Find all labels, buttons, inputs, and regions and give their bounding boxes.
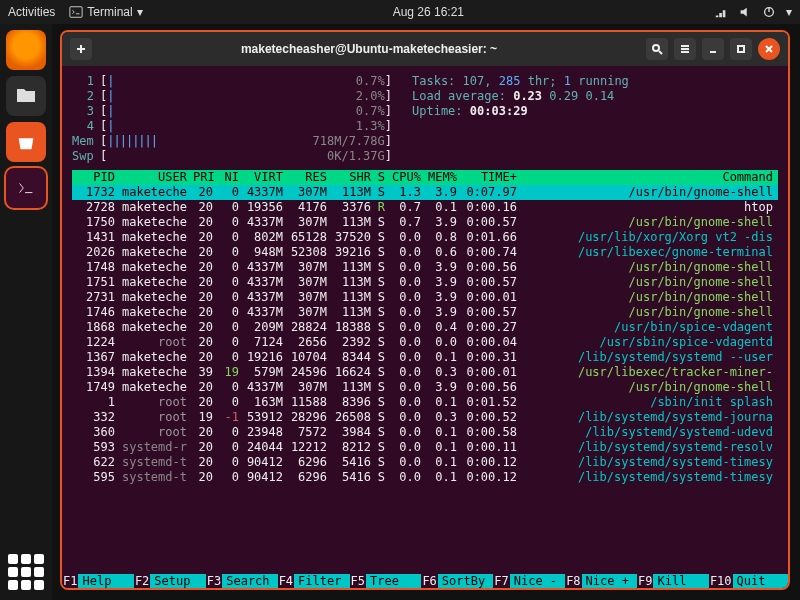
dock	[0, 24, 52, 600]
process-row[interactable]: 595systemd-t2009041262965416S0.00.10:00.…	[72, 470, 778, 485]
process-row[interactable]: 1748maketeche2004337M307M113MS0.03.90:00…	[72, 260, 778, 275]
search-button[interactable]	[646, 38, 668, 60]
function-keys: F1HelpF2SetupF3SearchF4FilterF5TreeF6Sor…	[62, 574, 788, 588]
close-button[interactable]	[758, 38, 780, 60]
svg-rect-4	[738, 46, 744, 52]
process-row[interactable]: 1root200163M115888396S0.00.10:01.52/sbin…	[72, 395, 778, 410]
process-row[interactable]: 1751maketeche2004337M307M113MS0.03.90:00…	[72, 275, 778, 290]
svg-point-3	[653, 45, 659, 51]
fkey-tree[interactable]: Tree	[366, 574, 421, 588]
process-row[interactable]: 2731maketeche2004337M307M113MS0.03.90:00…	[72, 290, 778, 305]
launcher-firefox[interactable]	[6, 30, 46, 70]
process-row[interactable]: 1224root200712426562392S0.00.00:00.04/us…	[72, 335, 778, 350]
terminal-icon	[69, 5, 83, 19]
chevron-down-icon[interactable]: ▾	[786, 5, 792, 19]
power-icon[interactable]	[762, 5, 776, 19]
process-row[interactable]: 1732maketeche2004337M307M113MS1.33.90:07…	[72, 185, 778, 200]
launcher-software[interactable]	[6, 122, 46, 162]
process-row[interactable]: 332root19-1539122829626508S0.00.30:00.52…	[72, 410, 778, 425]
process-row[interactable]: 1749maketeche2004337M307M113MS0.03.90:00…	[72, 380, 778, 395]
maximize-button[interactable]	[730, 38, 752, 60]
clock[interactable]: Aug 26 16:21	[143, 5, 714, 19]
gnome-topbar: Activities Terminal ▾ Aug 26 16:21 ▾	[0, 0, 800, 24]
column-headers[interactable]: PIDUSERPRINIVIRTRESSHRSCPU%MEM%TIME+Comm…	[72, 170, 778, 185]
process-row[interactable]: 2026maketeche200948M5230839216S0.00.60:0…	[72, 245, 778, 260]
process-row[interactable]: 1868maketeche200209M2882418388S0.00.40:0…	[72, 320, 778, 335]
show-applications[interactable]	[8, 554, 44, 590]
process-row[interactable]: 593systemd-r20024044122128212S0.00.10:00…	[72, 440, 778, 455]
fkey-filter[interactable]: Filter	[294, 574, 349, 588]
minimize-button[interactable]	[702, 38, 724, 60]
titlebar[interactable]: maketecheasher@Ubuntu-maketecheasier: ~	[62, 32, 788, 66]
window-title: maketecheasher@Ubuntu-maketecheasier: ~	[98, 42, 640, 56]
menu-button[interactable]	[674, 38, 696, 60]
process-row[interactable]: 360root2002394875723984S0.00.10:00.58/li…	[72, 425, 778, 440]
launcher-files[interactable]	[6, 76, 46, 116]
process-row[interactable]: 1394maketeche3919579M2459616624S0.00.30:…	[72, 365, 778, 380]
process-row[interactable]: 1746maketeche2004337M307M113MS0.03.90:00…	[72, 305, 778, 320]
process-row[interactable]: 1750maketeche2004337M307M113MS0.73.90:00…	[72, 215, 778, 230]
launcher-terminal[interactable]	[6, 168, 46, 208]
terminal-window: maketecheasher@Ubuntu-maketecheasier: ~ …	[60, 30, 790, 590]
new-tab-button[interactable]	[70, 38, 92, 60]
fkey-quit[interactable]: Quit	[733, 574, 788, 588]
fkey-setup[interactable]: Setup	[150, 574, 205, 588]
fkey-nice -[interactable]: Nice -	[510, 574, 565, 588]
network-icon[interactable]	[714, 5, 728, 19]
process-row[interactable]: 622systemd-t2009041262965416S0.00.10:00.…	[72, 455, 778, 470]
terminal-body[interactable]: 1[|0.7%]2[|2.0%]3[|0.7%]4[|1.3%]Mem[||||…	[62, 66, 788, 493]
process-row[interactable]: 2728maketeche2001935641763376R0.70.10:00…	[72, 200, 778, 215]
process-row[interactable]: 1367maketeche20019216107048344S0.00.10:0…	[72, 350, 778, 365]
svg-rect-0	[70, 7, 82, 18]
fkey-kill[interactable]: Kill	[653, 574, 708, 588]
current-app[interactable]: Terminal ▾	[69, 5, 142, 19]
fkey-search[interactable]: Search	[222, 574, 277, 588]
fkey-nice +[interactable]: Nice +	[582, 574, 637, 588]
process-row[interactable]: 1431maketeche200802M6512837520S0.00.80:0…	[72, 230, 778, 245]
fkey-help[interactable]: Help	[78, 574, 133, 588]
fkey-sortby[interactable]: SortBy	[438, 574, 493, 588]
activities-button[interactable]: Activities	[8, 5, 55, 19]
volume-icon[interactable]	[738, 5, 752, 19]
